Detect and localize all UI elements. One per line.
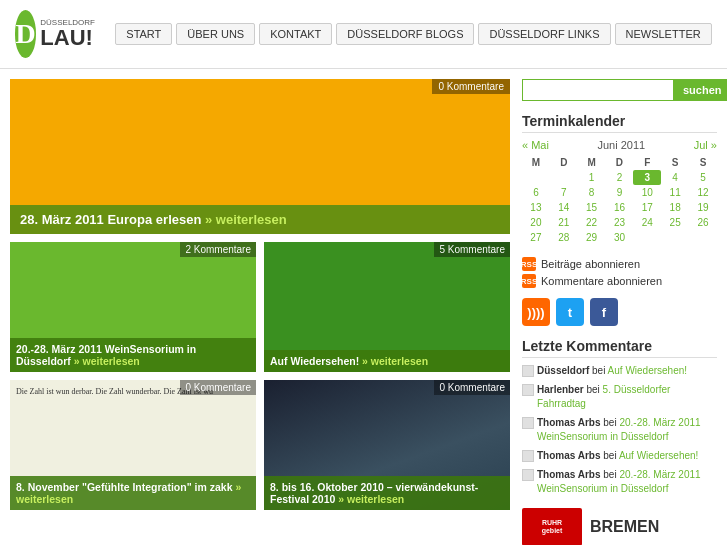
comment-item: Thomas Arbs bei 20.-28. März 2011 WeinSe… xyxy=(522,468,717,496)
post-readmore-2[interactable]: » weiterlesen xyxy=(362,355,428,367)
calendar-day[interactable]: 18 xyxy=(661,200,689,215)
calendar-day[interactable]: 10 xyxy=(633,185,661,200)
post-readmore-1[interactable]: » weiterlesen xyxy=(74,355,140,367)
calendar-day[interactable]: 2 xyxy=(606,170,634,185)
calendar-day[interactable]: 9 xyxy=(606,185,634,200)
post-title-2: Auf Wiedersehen! xyxy=(270,355,359,367)
calendar-day[interactable]: 7 xyxy=(550,185,578,200)
content-area: 0 Kommentare 28. März 2011 Europa erlese… xyxy=(10,79,510,545)
social-rss-button[interactable]: )))) xyxy=(522,298,550,326)
calendar-day[interactable]: 20 xyxy=(522,215,550,230)
calendar-day[interactable]: 28 xyxy=(550,230,578,245)
rss-icon: )))) xyxy=(527,305,544,320)
cal-next[interactable]: Jul » xyxy=(694,139,717,151)
comment-icon xyxy=(522,365,534,377)
post-caption-2: Auf Wiedersehen! » weiterlesen xyxy=(264,350,510,372)
comment-text: Harlenber bei 5. Düsseldorfer Fahrradtag xyxy=(537,383,717,411)
bremen-logo: BREMEN xyxy=(590,518,659,536)
bottom-logos: RUHRgebiet BREMEN xyxy=(522,508,717,545)
subscribe-kommentare-link[interactable]: Kommentare abonnieren xyxy=(541,275,662,287)
calendar-day[interactable]: 3 xyxy=(633,170,661,185)
social-icons: )))) t f xyxy=(522,298,717,326)
sidebar: suchen Terminkalender « Mai Juni 2011 Ju… xyxy=(522,79,717,545)
calendar-day[interactable]: 13 xyxy=(522,200,550,215)
nav-kontakt[interactable]: KONTAKT xyxy=(259,23,332,45)
featured-post-readmore[interactable]: » weiterlesen xyxy=(205,212,287,227)
subscribe-beitraege-link[interactable]: Beiträge abonnieren xyxy=(541,258,640,270)
search-input[interactable] xyxy=(522,79,673,101)
calendar-day[interactable]: 16 xyxy=(606,200,634,215)
comment-author: Düsseldorf xyxy=(537,365,589,376)
calendar-day xyxy=(522,170,550,185)
calendar-day[interactable]: 14 xyxy=(550,200,578,215)
cal-day-wed: M xyxy=(578,155,606,170)
post-tile-wiedersehen: 5 Kommentare Auf Wiedersehen! » weiterle… xyxy=(264,242,510,372)
nav-blogs[interactable]: DÜSSELDORF BLOGS xyxy=(336,23,474,45)
calendar-day[interactable]: 12 xyxy=(689,185,717,200)
main-layout: 0 Kommentare 28. März 2011 Europa erlese… xyxy=(0,69,727,545)
calendar-week-row: 13141516171819 xyxy=(522,200,717,215)
calendar-day[interactable]: 19 xyxy=(689,200,717,215)
header: D DÜSSELDORF LAU! START ÜBER UNS KONTAKT… xyxy=(0,0,727,69)
featured-post: 0 Kommentare 28. März 2011 Europa erlese… xyxy=(10,79,510,234)
comment-item: Thomas Arbs bei Auf Wiedersehen! xyxy=(522,449,717,463)
nav-links[interactable]: DÜSSELDORF LINKS xyxy=(478,23,610,45)
search-button[interactable]: suchen xyxy=(673,79,727,101)
calendar-section: Terminkalender « Mai Juni 2011 Jul » M D… xyxy=(522,113,717,245)
calendar-day[interactable]: 22 xyxy=(578,215,606,230)
post-row-1: 2 Kommentare 20.-28. März 2011 WeinSenso… xyxy=(10,242,510,372)
calendar-week-row: 27282930 xyxy=(522,230,717,245)
calendar-day[interactable]: 4 xyxy=(661,170,689,185)
calendar-day[interactable]: 30 xyxy=(606,230,634,245)
calendar-day[interactable]: 5 xyxy=(689,170,717,185)
calendar-day[interactable]: 1 xyxy=(578,170,606,185)
calendar-day[interactable]: 8 xyxy=(578,185,606,200)
calendar-day[interactable]: 25 xyxy=(661,215,689,230)
comment-preposition: bei xyxy=(586,384,602,395)
nav-start[interactable]: START xyxy=(115,23,172,45)
calendar-day[interactable]: 17 xyxy=(633,200,661,215)
ruhr-logo: RUHRgebiet xyxy=(522,508,582,545)
post-readmore-4[interactable]: » weiterlesen xyxy=(338,493,404,505)
calendar-title: Terminkalender xyxy=(522,113,717,133)
calendar-day[interactable]: 27 xyxy=(522,230,550,245)
calendar-day[interactable]: 23 xyxy=(606,215,634,230)
social-facebook-button[interactable]: f xyxy=(590,298,618,326)
nav-ueber-uns[interactable]: ÜBER UNS xyxy=(176,23,255,45)
comment-author: Thomas Arbs xyxy=(537,450,601,461)
cal-prev[interactable]: « Mai xyxy=(522,139,549,151)
calendar-week-row: 12345 xyxy=(522,170,717,185)
calendar-day[interactable]: 24 xyxy=(633,215,661,230)
featured-post-caption: 28. März 2011 Europa erlesen » weiterles… xyxy=(10,205,510,234)
cal-day-tue: D xyxy=(550,155,578,170)
calendar-day[interactable]: 15 xyxy=(578,200,606,215)
nav-newsletter[interactable]: NEWSLETTER xyxy=(615,23,712,45)
search-bar: suchen xyxy=(522,79,717,101)
calendar-day[interactable]: 6 xyxy=(522,185,550,200)
social-twitter-button[interactable]: t xyxy=(556,298,584,326)
cal-day-fri: F xyxy=(633,155,661,170)
post-tile-weinsensorium: 2 Kommentare 20.-28. März 2011 WeinSenso… xyxy=(10,242,256,372)
ruhr-logo-text: RUHRgebiet xyxy=(542,519,563,536)
rss-beitraege-icon: RSS xyxy=(522,257,536,271)
calendar-day xyxy=(661,230,689,245)
comment-item: Harlenber bei 5. Düsseldorfer Fahrradtag xyxy=(522,383,717,411)
last-comments-section: Letzte Kommentare Düsseldorf bei Auf Wie… xyxy=(522,338,717,496)
calendar-day[interactable]: 21 xyxy=(550,215,578,230)
calendar-day xyxy=(550,170,578,185)
comment-link[interactable]: Auf Wiedersehen! xyxy=(608,365,688,376)
comment-text: Thomas Arbs bei Auf Wiedersehen! xyxy=(537,449,698,463)
comment-preposition: bei xyxy=(603,417,619,428)
calendar-day[interactable]: 11 xyxy=(661,185,689,200)
calendar-day[interactable]: 26 xyxy=(689,215,717,230)
cal-day-sat: S xyxy=(661,155,689,170)
logo-circle: D xyxy=(15,10,36,58)
calendar-nav: « Mai Juni 2011 Jul » xyxy=(522,139,717,151)
logo: D DÜSSELDORF LAU! xyxy=(15,10,95,58)
post-comment-badge-1: 2 Kommentare xyxy=(180,242,256,257)
calendar-day[interactable]: 29 xyxy=(578,230,606,245)
post-caption-1: 20.-28. März 2011 WeinSensorium in Düsse… xyxy=(10,338,256,372)
facebook-icon: f xyxy=(602,305,606,320)
comment-text: Düsseldorf bei Auf Wiedersehen! xyxy=(537,364,687,378)
comment-link[interactable]: Auf Wiedersehen! xyxy=(619,450,699,461)
